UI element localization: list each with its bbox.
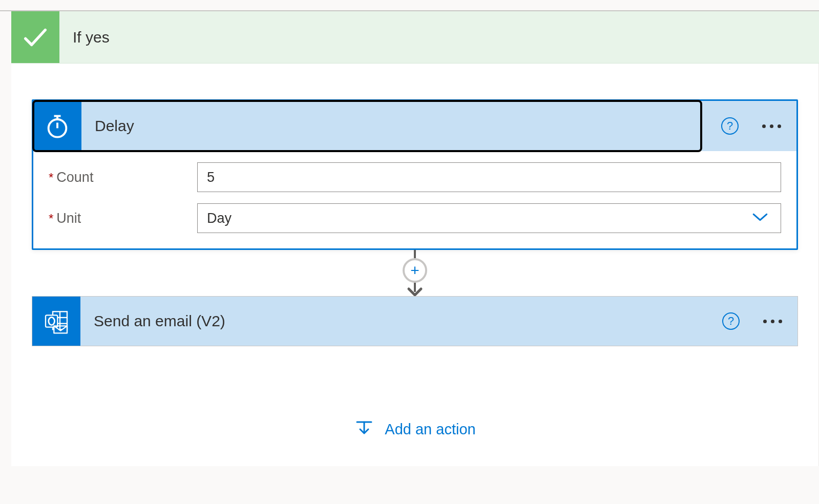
count-label: * Count xyxy=(49,170,197,185)
unit-select-value: Day xyxy=(207,211,232,226)
if-yes-header[interactable]: If yes xyxy=(11,11,819,64)
count-row: * Count xyxy=(49,162,781,192)
delay-title: Delay xyxy=(81,117,134,135)
more-icon[interactable] xyxy=(760,317,785,326)
add-action-button[interactable]: Add an action xyxy=(32,346,798,440)
outlook-icon xyxy=(32,297,80,346)
if-yes-body: Delay ? * Count xyxy=(11,64,819,466)
delay-header[interactable]: Delay xyxy=(33,101,701,151)
required-asterisk: * xyxy=(49,212,53,226)
connector-line xyxy=(414,250,416,258)
top-divider xyxy=(0,0,819,11)
add-step-icon[interactable]: + xyxy=(403,258,427,283)
send-email-card[interactable]: Send an email (V2) ? xyxy=(32,296,798,346)
if-yes-container: If yes Delay xyxy=(11,11,819,466)
unit-label-text: Unit xyxy=(56,211,81,226)
count-label-text: Count xyxy=(56,170,93,185)
connector: + xyxy=(32,250,798,296)
unit-select-wrap: Day xyxy=(197,203,781,233)
count-input[interactable] xyxy=(197,162,781,192)
delay-card: Delay ? * Count xyxy=(32,99,798,250)
checkmark-icon xyxy=(11,11,59,63)
add-action-label: Add an action xyxy=(385,421,475,438)
help-icon[interactable]: ? xyxy=(722,312,740,330)
delay-header-controls: ? xyxy=(721,117,784,135)
help-icon[interactable]: ? xyxy=(721,117,739,135)
unit-row: * Unit Day xyxy=(49,203,781,233)
if-yes-title: If yes xyxy=(59,29,110,46)
send-email-controls: ? xyxy=(722,312,785,330)
stopwatch-icon xyxy=(33,101,81,151)
unit-select[interactable]: Day xyxy=(197,203,781,233)
arrow-down-icon xyxy=(405,283,425,296)
more-icon[interactable] xyxy=(759,121,784,131)
add-action-icon xyxy=(354,418,374,440)
flow-canvas: If yes Delay xyxy=(0,11,819,466)
required-asterisk: * xyxy=(49,171,53,185)
unit-label: * Unit xyxy=(49,211,197,226)
send-email-title: Send an email (V2) xyxy=(80,312,225,330)
delay-body: * Count * Unit Day xyxy=(33,151,796,248)
